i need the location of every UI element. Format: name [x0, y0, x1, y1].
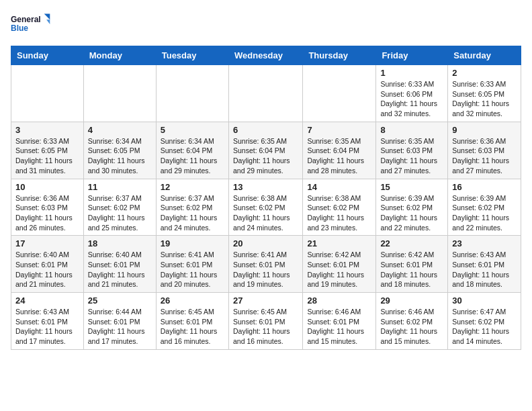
day-info: Sunrise: 6:38 AM Sunset: 6:02 PM Dayligh…: [233, 193, 298, 233]
weekday-header-saturday: Saturday: [448, 46, 521, 65]
calendar-cell: 20Sunrise: 6:41 AM Sunset: 6:01 PM Dayli…: [228, 236, 302, 293]
calendar-cell: 25Sunrise: 6:44 AM Sunset: 6:01 PM Dayli…: [83, 293, 156, 350]
svg-text:Blue: Blue: [11, 24, 28, 33]
day-number: 26: [161, 295, 224, 306]
weekday-header-tuesday: Tuesday: [156, 46, 228, 65]
day-info: Sunrise: 6:47 AM Sunset: 6:02 PM Dayligh…: [452, 307, 517, 347]
day-info: Sunrise: 6:33 AM Sunset: 6:06 PM Dayligh…: [380, 79, 443, 119]
calendar-cell: 21Sunrise: 6:42 AM Sunset: 6:01 PM Dayli…: [303, 236, 376, 293]
calendar-cell: 10Sunrise: 6:36 AM Sunset: 6:03 PM Dayli…: [11, 179, 84, 236]
calendar-cell: 9Sunrise: 6:36 AM Sunset: 6:03 PM Daylig…: [448, 122, 521, 179]
day-number: 16: [452, 182, 517, 192]
day-number: 18: [88, 238, 152, 248]
day-info: Sunrise: 6:43 AM Sunset: 6:01 PM Dayligh…: [452, 250, 517, 289]
page-header: General Blue: [11, 11, 521, 38]
calendar-cell: 27Sunrise: 6:45 AM Sunset: 6:01 PM Dayli…: [228, 293, 302, 350]
day-info: Sunrise: 6:42 AM Sunset: 6:01 PM Dayligh…: [307, 250, 371, 289]
day-info: Sunrise: 6:34 AM Sunset: 6:04 PM Dayligh…: [161, 136, 224, 176]
calendar-cell: 4Sunrise: 6:34 AM Sunset: 6:05 PM Daylig…: [83, 122, 156, 179]
day-info: Sunrise: 6:36 AM Sunset: 6:03 PM Dayligh…: [15, 193, 79, 233]
calendar-table: SundayMondayTuesdayWednesdayThursdayFrid…: [11, 46, 521, 350]
day-number: 21: [307, 238, 371, 248]
day-number: 4: [88, 125, 152, 135]
calendar-cell: [303, 65, 376, 122]
day-number: 15: [380, 182, 443, 192]
day-number: 28: [307, 295, 371, 306]
calendar-cell: 24Sunrise: 6:43 AM Sunset: 6:01 PM Dayli…: [11, 293, 84, 350]
calendar-cell: 15Sunrise: 6:39 AM Sunset: 6:02 PM Dayli…: [376, 179, 448, 236]
svg-marker-3: [46, 19, 50, 24]
calendar-cell: 14Sunrise: 6:38 AM Sunset: 6:02 PM Dayli…: [303, 179, 376, 236]
calendar-cell: 23Sunrise: 6:43 AM Sunset: 6:01 PM Dayli…: [448, 236, 521, 293]
day-number: 20: [233, 238, 298, 248]
weekday-header-sunday: Sunday: [11, 46, 84, 65]
calendar-cell: 8Sunrise: 6:35 AM Sunset: 6:03 PM Daylig…: [376, 122, 448, 179]
week-row-2: 3Sunrise: 6:33 AM Sunset: 6:05 PM Daylig…: [11, 122, 521, 179]
day-number: 6: [233, 125, 298, 135]
calendar-cell: 6Sunrise: 6:35 AM Sunset: 6:04 PM Daylig…: [228, 122, 302, 179]
day-number: 1: [380, 68, 443, 78]
day-number: 25: [88, 295, 152, 306]
calendar-cell: 19Sunrise: 6:41 AM Sunset: 6:01 PM Dayli…: [156, 236, 228, 293]
calendar-cell: 2Sunrise: 6:33 AM Sunset: 6:05 PM Daylig…: [448, 65, 521, 122]
day-number: 29: [380, 295, 443, 306]
day-info: Sunrise: 6:33 AM Sunset: 6:05 PM Dayligh…: [15, 136, 79, 176]
calendar-cell: [228, 65, 302, 122]
week-row-5: 24Sunrise: 6:43 AM Sunset: 6:01 PM Dayli…: [11, 293, 521, 350]
day-number: 10: [15, 182, 79, 192]
calendar-cell: 29Sunrise: 6:46 AM Sunset: 6:02 PM Dayli…: [376, 293, 448, 350]
day-info: Sunrise: 6:41 AM Sunset: 6:01 PM Dayligh…: [161, 250, 224, 289]
day-info: Sunrise: 6:46 AM Sunset: 6:02 PM Dayligh…: [380, 307, 443, 347]
day-info: Sunrise: 6:44 AM Sunset: 6:01 PM Dayligh…: [88, 307, 152, 347]
day-info: Sunrise: 6:40 AM Sunset: 6:01 PM Dayligh…: [15, 250, 79, 289]
day-info: Sunrise: 6:36 AM Sunset: 6:03 PM Dayligh…: [452, 136, 517, 176]
day-number: 7: [307, 125, 371, 135]
logo: General Blue: [11, 11, 51, 38]
day-number: 11: [88, 182, 152, 192]
weekday-header-wednesday: Wednesday: [228, 46, 302, 65]
day-number: 13: [233, 182, 298, 192]
calendar-cell: 17Sunrise: 6:40 AM Sunset: 6:01 PM Dayli…: [11, 236, 84, 293]
day-info: Sunrise: 6:39 AM Sunset: 6:02 PM Dayligh…: [380, 193, 443, 233]
calendar-cell: [83, 65, 156, 122]
calendar-cell: 30Sunrise: 6:47 AM Sunset: 6:02 PM Dayli…: [448, 293, 521, 350]
day-number: 14: [307, 182, 371, 192]
day-info: Sunrise: 6:40 AM Sunset: 6:01 PM Dayligh…: [88, 250, 152, 289]
day-info: Sunrise: 6:45 AM Sunset: 6:01 PM Dayligh…: [233, 307, 298, 347]
calendar-cell: [11, 65, 84, 122]
calendar-cell: 5Sunrise: 6:34 AM Sunset: 6:04 PM Daylig…: [156, 122, 228, 179]
calendar-cell: [156, 65, 228, 122]
day-number: 24: [15, 295, 79, 306]
week-row-3: 10Sunrise: 6:36 AM Sunset: 6:03 PM Dayli…: [11, 179, 521, 236]
calendar-cell: 13Sunrise: 6:38 AM Sunset: 6:02 PM Dayli…: [228, 179, 302, 236]
week-row-1: 1Sunrise: 6:33 AM Sunset: 6:06 PM Daylig…: [11, 65, 521, 122]
calendar-cell: 3Sunrise: 6:33 AM Sunset: 6:05 PM Daylig…: [11, 122, 84, 179]
weekday-header-row: SundayMondayTuesdayWednesdayThursdayFrid…: [11, 46, 521, 65]
day-number: 19: [161, 238, 224, 248]
calendar-cell: 16Sunrise: 6:39 AM Sunset: 6:02 PM Dayli…: [448, 179, 521, 236]
day-info: Sunrise: 6:45 AM Sunset: 6:01 PM Dayligh…: [161, 307, 224, 347]
day-info: Sunrise: 6:35 AM Sunset: 6:04 PM Dayligh…: [307, 136, 371, 176]
calendar-cell: 18Sunrise: 6:40 AM Sunset: 6:01 PM Dayli…: [83, 236, 156, 293]
day-info: Sunrise: 6:35 AM Sunset: 6:03 PM Dayligh…: [380, 136, 443, 176]
day-info: Sunrise: 6:35 AM Sunset: 6:04 PM Dayligh…: [233, 136, 298, 176]
calendar-cell: 1Sunrise: 6:33 AM Sunset: 6:06 PM Daylig…: [376, 65, 448, 122]
day-info: Sunrise: 6:41 AM Sunset: 6:01 PM Dayligh…: [233, 250, 298, 289]
day-info: Sunrise: 6:38 AM Sunset: 6:02 PM Dayligh…: [307, 193, 371, 233]
weekday-header-friday: Friday: [376, 46, 448, 65]
calendar-cell: 11Sunrise: 6:37 AM Sunset: 6:02 PM Dayli…: [83, 179, 156, 236]
day-number: 22: [380, 238, 443, 248]
day-number: 30: [452, 295, 517, 306]
calendar-cell: 22Sunrise: 6:42 AM Sunset: 6:01 PM Dayli…: [376, 236, 448, 293]
calendar-cell: 12Sunrise: 6:37 AM Sunset: 6:02 PM Dayli…: [156, 179, 228, 236]
day-number: 3: [15, 125, 79, 135]
day-info: Sunrise: 6:43 AM Sunset: 6:01 PM Dayligh…: [15, 307, 79, 347]
calendar-cell: 7Sunrise: 6:35 AM Sunset: 6:04 PM Daylig…: [303, 122, 376, 179]
weekday-header-monday: Monday: [83, 46, 156, 65]
day-number: 2: [452, 68, 517, 78]
calendar-cell: 26Sunrise: 6:45 AM Sunset: 6:01 PM Dayli…: [156, 293, 228, 350]
day-info: Sunrise: 6:46 AM Sunset: 6:01 PM Dayligh…: [307, 307, 371, 347]
weekday-header-thursday: Thursday: [303, 46, 376, 65]
day-number: 8: [380, 125, 443, 135]
day-number: 27: [233, 295, 298, 306]
